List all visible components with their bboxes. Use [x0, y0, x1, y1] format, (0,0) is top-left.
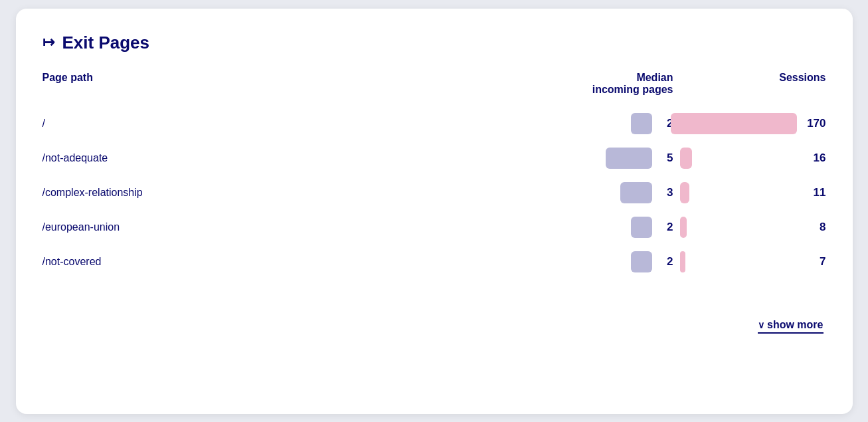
sessions-cell-3: 11	[680, 182, 826, 203]
sessions-bar-wrap-3	[680, 182, 797, 203]
median-cell-3: 3	[507, 182, 680, 203]
sessions-cell-2: 16	[680, 148, 826, 169]
median-cell-5: 2	[507, 251, 680, 272]
table-header: Page path Median incoming pages Sessions	[43, 72, 826, 102]
incoming-bar-5	[631, 251, 652, 272]
sessions-bar-3	[680, 182, 689, 203]
incoming-bar-container-5	[631, 251, 652, 272]
page-path-2: /not-adequate	[43, 152, 507, 164]
table-row: /complex-relationship 3 11	[43, 175, 826, 210]
incoming-bar-1	[631, 113, 652, 134]
col-header-sessions: Sessions	[680, 72, 826, 96]
median-cell-2: 5	[507, 148, 680, 169]
sessions-bar-wrap-5	[680, 251, 797, 272]
sessions-cell-1: 170	[680, 113, 826, 134]
sessions-value-5: 7	[802, 255, 826, 268]
sessions-bar-wrap-1	[671, 113, 797, 134]
table-row: /not-covered 2 7	[43, 245, 826, 279]
col-header-path: Page path	[43, 72, 507, 96]
sessions-cell-5: 7	[680, 251, 826, 272]
exit-pages-icon: ↦	[43, 34, 54, 51]
show-more-button[interactable]: ∨ show more	[758, 319, 823, 334]
chevron-down-icon: ∨	[758, 320, 764, 330]
sessions-bar-1	[671, 113, 797, 134]
sessions-bar-4	[680, 217, 687, 238]
sessions-value-1: 170	[802, 117, 826, 130]
show-more-label: show more	[767, 319, 823, 331]
incoming-bar-3	[620, 182, 652, 203]
sessions-value-2: 16	[802, 152, 826, 165]
sessions-value-3: 11	[802, 186, 826, 199]
show-more-row: ∨ show more	[43, 319, 826, 334]
median-value-5: 2	[660, 255, 673, 268]
sessions-bar-2	[680, 148, 692, 169]
median-value-2: 5	[660, 152, 673, 165]
sessions-cell-4: 8	[680, 217, 826, 238]
table-row: /not-adequate 5 16	[43, 141, 826, 175]
median-label-line2: incoming pages	[592, 84, 673, 96]
data-rows: / 2 170 /not-adequate 5	[43, 106, 826, 279]
col-header-median: Median incoming pages	[507, 72, 680, 96]
median-cell-1: 2	[507, 113, 680, 134]
median-value-4: 2	[660, 221, 673, 234]
median-label-line1: Median	[636, 72, 673, 84]
incoming-bar-container-3	[620, 182, 652, 203]
page-path-4: /european-union	[43, 221, 507, 233]
sessions-bar-5	[680, 251, 685, 272]
sessions-bar-wrap-4	[680, 217, 797, 238]
page-path-5: /not-covered	[43, 256, 507, 268]
incoming-bar-4	[631, 217, 652, 238]
page-path-3: /complex-relationship	[43, 187, 507, 199]
page-path-1: /	[43, 118, 507, 130]
incoming-bar-container-2	[606, 148, 652, 169]
incoming-bar-container-1	[631, 113, 652, 134]
table-row: / 2 170	[43, 106, 826, 141]
title-row: ↦ Exit Pages	[43, 33, 826, 53]
incoming-bar-2	[606, 148, 652, 169]
median-cell-4: 2	[507, 217, 680, 238]
sessions-bar-wrap-2	[680, 148, 797, 169]
page-title: Exit Pages	[62, 33, 150, 53]
table-row: /european-union 2 8	[43, 210, 826, 245]
exit-pages-card: ↦ Exit Pages Page path Median incoming p…	[16, 9, 853, 414]
median-value-3: 3	[660, 186, 673, 199]
sessions-value-4: 8	[802, 221, 826, 234]
incoming-bar-container-4	[631, 217, 652, 238]
